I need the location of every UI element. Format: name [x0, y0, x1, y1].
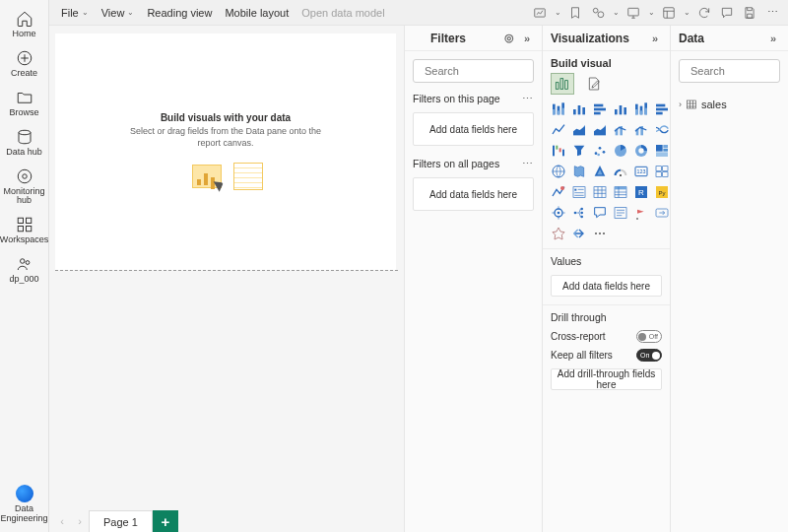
viz-donut[interactable]	[632, 142, 650, 160]
svg-rect-60	[663, 149, 668, 152]
viz-gauge[interactable]	[612, 163, 629, 180]
viz-hbar[interactable]	[653, 100, 671, 118]
viz-combo[interactable]	[612, 121, 629, 139]
viz-combo[interactable]	[632, 121, 650, 139]
menu-file[interactable]: File⌄	[55, 4, 95, 22]
nav-browse[interactable]: Browse	[1, 85, 48, 124]
svg-rect-33	[624, 107, 626, 114]
viz-waterfall[interactable]	[550, 142, 567, 160]
svg-rect-69	[663, 172, 668, 177]
viz-multi[interactable]	[653, 163, 671, 180]
tb-bookmark-icon[interactable]	[565, 3, 585, 23]
filters-on-page-drop[interactable]: Add data fields here	[413, 112, 534, 146]
nav-data-hub[interactable]: Data hub	[1, 124, 48, 164]
cross-report-toggle[interactable]	[636, 330, 662, 343]
nav-workspaces[interactable]: Workspaces	[1, 212, 48, 251]
tb-persist-icon[interactable]	[588, 3, 608, 23]
tab-prev[interactable]: ‹	[53, 510, 71, 532]
keep-filters-toggle[interactable]	[636, 349, 662, 362]
svg-rect-42	[656, 112, 663, 115]
drill-drop[interactable]: Add drill-through fields here	[551, 368, 662, 390]
viz-card[interactable]: 123	[632, 163, 650, 180]
tb-refresh-icon[interactable]	[694, 3, 714, 23]
viz-arrow[interactable]	[570, 225, 588, 242]
tab-add[interactable]: +	[153, 510, 178, 532]
build-visual-mode[interactable]	[551, 73, 574, 95]
viz-kpi[interactable]	[550, 183, 567, 201]
viz-collapse-icon[interactable]: »	[648, 32, 662, 45]
viz-funnel[interactable]	[570, 142, 588, 160]
svg-rect-30	[594, 112, 601, 115]
tb-comment-icon[interactable]	[717, 3, 737, 23]
menu-mobile-layout[interactable]: Mobile layout	[219, 4, 295, 22]
viz-azmap[interactable]	[591, 163, 609, 180]
tb-explore-chev[interactable]: ⌄	[553, 3, 562, 23]
viz-slicer[interactable]	[570, 183, 588, 201]
data-search[interactable]	[679, 59, 780, 83]
svg-point-53	[603, 151, 606, 154]
viz-decomp[interactable]	[570, 204, 588, 222]
tb-explore-icon[interactable]	[530, 3, 550, 23]
nav-data-engineering[interactable]: Data Engineering	[1, 481, 48, 532]
viz-pie[interactable]	[612, 142, 629, 160]
filters-search[interactable]	[413, 59, 534, 83]
viz-scatter[interactable]	[591, 142, 609, 160]
svg-point-1	[19, 130, 31, 135]
viz-qna[interactable]	[591, 204, 609, 222]
viz-ribbon[interactable]	[653, 121, 671, 139]
tb-present-icon[interactable]	[624, 3, 643, 23]
filters-search-input[interactable]	[425, 65, 560, 77]
data-search-input[interactable]	[690, 65, 788, 77]
tb-layout-chev[interactable]: ⌄	[682, 3, 691, 23]
filters-on-page-more[interactable]: ⋯	[522, 93, 534, 104]
viz-area[interactable]	[570, 121, 588, 139]
nav-user[interactable]: dp_000	[1, 251, 48, 291]
filters-show-icon[interactable]: ◎	[502, 32, 516, 45]
viz-matrix[interactable]	[612, 183, 629, 201]
viz-area[interactable]	[591, 121, 609, 139]
values-drop[interactable]: Add data fields here	[551, 275, 662, 297]
viz-narr[interactable]	[612, 204, 629, 222]
viz-more[interactable]	[591, 225, 609, 242]
tab-next[interactable]: ›	[71, 510, 89, 532]
viz-filledmap[interactable]	[570, 163, 588, 180]
menu-open-data-model[interactable]: Open data model	[296, 4, 390, 22]
filters-pane: Filters ◎ » Filters on this page⋯ Add da…	[404, 26, 542, 532]
tab-page-1[interactable]: Page 1	[89, 510, 153, 532]
menu-view[interactable]: View⌄	[96, 4, 141, 22]
viz-pbiviz[interactable]	[550, 225, 567, 242]
svg-rect-25	[573, 109, 576, 114]
viz-tree[interactable]	[653, 142, 671, 160]
report-canvas[interactable]: Build visuals with your data Select or d…	[55, 33, 396, 270]
menu-reading-view[interactable]: Reading view	[141, 4, 218, 22]
viz-r[interactable]: R	[632, 183, 650, 201]
viz-bar[interactable]	[570, 100, 588, 118]
data-collapse-icon[interactable]: »	[766, 32, 780, 45]
format-visual-mode[interactable]	[582, 73, 606, 95]
filters-on-all-more[interactable]: ⋯	[522, 158, 534, 169]
nav-create[interactable]: Create	[1, 45, 48, 85]
tb-save-icon[interactable]	[740, 3, 759, 23]
nav-monitoring[interactable]: Monitoring hub	[1, 164, 48, 213]
svg-point-70	[560, 186, 564, 190]
viz-goals[interactable]	[632, 204, 650, 222]
data-table-sales[interactable]: › sales	[679, 97, 780, 112]
viz-table[interactable]	[591, 183, 609, 201]
filters-on-all-drop[interactable]: Add data fields here	[413, 177, 534, 211]
viz-line[interactable]	[550, 121, 567, 139]
tb-present-chev[interactable]: ⌄	[646, 3, 656, 23]
viz-hbar[interactable]	[591, 100, 609, 118]
tb-more-icon[interactable]: ⋯	[762, 3, 782, 23]
tb-persist-chev[interactable]: ⌄	[611, 3, 621, 23]
nav-home[interactable]: Home	[1, 6, 48, 45]
viz-py[interactable]: Py	[653, 183, 671, 201]
viz-map[interactable]	[550, 163, 567, 180]
viz-stackbar[interactable]	[632, 100, 650, 118]
filters-title: Filters	[430, 32, 466, 45]
tb-layout-icon[interactable]	[659, 3, 679, 23]
filters-collapse-icon[interactable]: »	[520, 32, 534, 45]
viz-keyinf[interactable]	[550, 204, 567, 222]
viz-stackbar[interactable]	[550, 100, 567, 118]
viz-pgnav[interactable]	[653, 204, 671, 222]
viz-bar[interactable]	[612, 100, 629, 118]
